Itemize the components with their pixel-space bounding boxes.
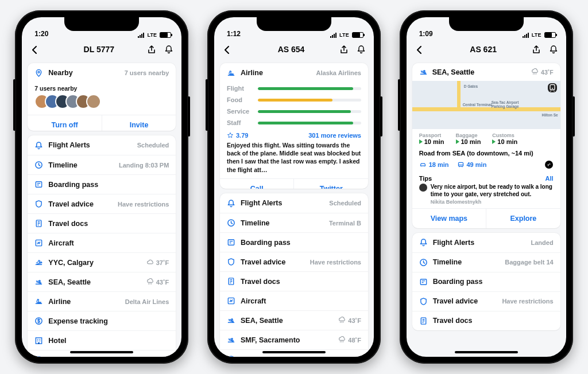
directions-icon[interactable] bbox=[544, 160, 554, 169]
clock-icon bbox=[419, 258, 428, 267]
home-indicator[interactable] bbox=[262, 351, 326, 353]
clock-icon bbox=[227, 219, 235, 227]
notch bbox=[64, 17, 139, 31]
network-label: LTE bbox=[147, 32, 157, 38]
play-icon bbox=[456, 139, 459, 144]
list-item-label: Expense tracking bbox=[241, 356, 300, 357]
list-item-label: Expense tracking bbox=[48, 317, 108, 325]
rain-icon bbox=[338, 317, 346, 324]
page-title: AS 654 bbox=[266, 45, 305, 54]
drive-time[interactable]: 18 min bbox=[419, 160, 449, 169]
list-item[interactable]: Timeline Baggage belt 14 bbox=[412, 252, 560, 272]
list-item[interactable]: Flight Alerts Scheduled bbox=[220, 193, 368, 213]
list-item[interactable]: Travel advice Have restrictions bbox=[220, 252, 368, 271]
list-item-value: Scheduled bbox=[329, 200, 361, 207]
list-item-label: Travel docs bbox=[48, 220, 88, 228]
list-item-label: Flight Alerts bbox=[241, 199, 282, 207]
list-item[interactable]: SMF, Sacramento 48˚F bbox=[220, 330, 368, 349]
back-icon[interactable] bbox=[222, 45, 231, 54]
home-indicator[interactable] bbox=[455, 351, 518, 353]
list-item[interactable]: Airline Delta Air Lines bbox=[28, 291, 176, 311]
list-item[interactable]: Hotel bbox=[28, 330, 176, 350]
clock-icon bbox=[34, 161, 43, 169]
flight-sections-list: Flight Alerts Scheduled Timeline Termina… bbox=[220, 193, 368, 357]
list-item[interactable]: SEA, Seattle 43˚F bbox=[28, 272, 176, 291]
call-button[interactable]: Call bbox=[220, 179, 294, 189]
list-item-label: Flight Alerts bbox=[433, 239, 474, 247]
list-item[interactable]: Travel docs bbox=[220, 271, 368, 291]
share-icon[interactable] bbox=[147, 45, 156, 54]
road-text: Road from SEA (to downtown, ~14 mi) bbox=[419, 150, 533, 157]
signal-icon bbox=[138, 33, 144, 38]
screen: 1:09 LTE AS 621 SEA, Seattle 43˚F bbox=[407, 17, 566, 357]
list-item[interactable]: Timeline Landing 8:03 PM bbox=[28, 155, 176, 174]
pass-icon bbox=[419, 278, 428, 286]
invite-button[interactable]: Invite bbox=[102, 115, 176, 131]
transit-time[interactable]: 49 min bbox=[457, 160, 487, 169]
share-icon[interactable] bbox=[339, 45, 349, 54]
hotel-icon bbox=[34, 336, 43, 345]
twitter-button[interactable]: Twitter bbox=[293, 179, 368, 189]
list-item-value: Landing 8:03 PM bbox=[119, 162, 169, 169]
play-icon bbox=[492, 139, 496, 144]
network-label: LTE bbox=[339, 32, 349, 38]
tip-item: Very nice airport, but be ready to walk … bbox=[412, 183, 560, 208]
list-item[interactable]: Travel docs bbox=[412, 311, 560, 330]
star-icon bbox=[227, 132, 234, 139]
rating-row: Flight bbox=[220, 83, 368, 94]
list-item[interactable]: Travel advice Have restrictions bbox=[28, 194, 176, 213]
notifications-icon[interactable] bbox=[357, 45, 366, 54]
network-label: LTE bbox=[532, 32, 541, 38]
nearby-label: Nearby bbox=[48, 69, 72, 77]
rain-icon bbox=[338, 336, 346, 344]
nav-bar: AS 654 bbox=[214, 39, 374, 60]
list-item[interactable]: Boarding pass bbox=[220, 232, 368, 252]
content-scroll[interactable]: Airline Alaska Airlines Flight Food Serv… bbox=[214, 60, 374, 357]
phone-frame: 1:12 LTE AS 654 Airline Alaska Airlines … bbox=[207, 10, 381, 364]
share-icon[interactable] bbox=[532, 45, 541, 54]
wait-step: Customs 10 min bbox=[492, 133, 517, 145]
list-item[interactable]: Flight Alerts Scheduled bbox=[28, 135, 176, 155]
list-item-label: Timeline bbox=[241, 219, 269, 227]
list-item-value: Delta Air Lines bbox=[125, 298, 169, 305]
content-scroll[interactable]: Nearby 7 users nearby 7 users nearby Tur… bbox=[22, 60, 181, 357]
list-item[interactable]: SEA, Seattle 43˚F bbox=[220, 310, 368, 330]
nav-bar: AS 621 bbox=[407, 39, 566, 60]
back-icon[interactable] bbox=[30, 45, 39, 54]
list-item[interactable]: Travel advice Have restrictions bbox=[412, 291, 560, 311]
tips-all-link[interactable]: All bbox=[546, 175, 554, 182]
notifications-icon[interactable] bbox=[549, 45, 558, 54]
view-maps-button[interactable]: View maps bbox=[412, 209, 486, 228]
rating-label: Service bbox=[227, 108, 253, 115]
list-item-value: Scheduled bbox=[137, 142, 169, 149]
signal-icon bbox=[523, 33, 529, 38]
tips-label: Tips bbox=[419, 175, 432, 182]
explore-button[interactable]: Explore bbox=[486, 209, 560, 228]
back-icon[interactable] bbox=[415, 45, 424, 54]
airport-card: SEA, Seattle 43˚F D Gates Central Termin… bbox=[412, 63, 560, 228]
list-item[interactable]: YYC, Calgary 37˚F bbox=[28, 252, 176, 272]
list-item[interactable]: Flight Alerts Landed bbox=[412, 233, 560, 252]
car-icon bbox=[419, 161, 427, 169]
turn-off-button[interactable]: Turn off bbox=[28, 115, 102, 131]
list-item-label: Timeline bbox=[433, 258, 462, 266]
arrive-icon bbox=[34, 278, 43, 286]
airport-map[interactable]: D Gates Central Terminal Sea-Tac Airport… bbox=[412, 81, 560, 129]
list-item[interactable]: Travel docs bbox=[28, 213, 176, 233]
battery-icon bbox=[544, 32, 556, 38]
list-item[interactable]: Aircraft bbox=[28, 233, 176, 252]
arrive-icon bbox=[227, 316, 235, 325]
list-item[interactable]: Boarding pass bbox=[28, 174, 176, 194]
home-indicator[interactable] bbox=[70, 351, 133, 353]
screen: 1:12 LTE AS 654 Airline Alaska Airlines … bbox=[214, 17, 374, 357]
nearby-avatars[interactable] bbox=[28, 92, 176, 115]
notifications-icon[interactable] bbox=[164, 45, 173, 54]
list-item[interactable]: Aircraft bbox=[220, 291, 368, 310]
arrive-icon bbox=[419, 68, 428, 76]
more-reviews-link[interactable]: 301 more reviews bbox=[308, 132, 361, 139]
list-item[interactable]: Boarding pass bbox=[412, 272, 560, 291]
content-scroll[interactable]: SEA, Seattle 43˚F D Gates Central Termin… bbox=[407, 60, 566, 357]
list-item[interactable]: Expense tracking bbox=[28, 311, 176, 330]
list-item[interactable]: Timeline Terminal B bbox=[220, 213, 368, 232]
list-item-value: Have restrictions bbox=[118, 201, 169, 208]
